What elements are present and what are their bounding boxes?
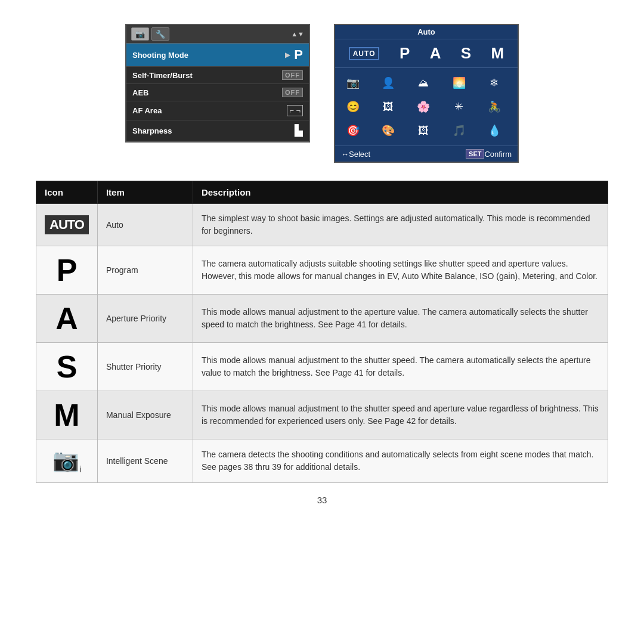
auto-badge[interactable]: AUTO <box>349 47 380 60</box>
camera-tab: 📷 🔧 <box>131 27 169 41</box>
mode-icon-6[interactable]: 😊 <box>339 95 367 118</box>
mode-bottom-bar: ↔ Select SET Confirm <box>335 145 518 162</box>
mode-icon-13[interactable]: 🖼 <box>409 119 438 142</box>
mode-icon-5[interactable]: ❄ <box>480 72 509 94</box>
description-cell: The camera detects the shooting conditio… <box>193 439 608 483</box>
table-header-row: Icon Item Description <box>36 181 608 204</box>
icon-cell: A <box>36 295 98 343</box>
mode-icon-11[interactable]: 🎯 <box>339 119 367 142</box>
aeb-row[interactable]: AEB OFF <box>126 84 309 101</box>
mode-a[interactable]: A <box>430 44 441 63</box>
mode-s[interactable]: S <box>461 44 471 63</box>
sharpness-label: Sharpness <box>132 126 172 135</box>
icon-cell: S <box>36 343 98 391</box>
mode-icon-10[interactable]: 🚴 <box>480 95 509 118</box>
screenshots-row: 📷 🔧 ▲▼ Shooting Mode ▶ P Self-Timer/Burs… <box>36 24 608 163</box>
shooting-mode-label: Shooting Mode <box>132 51 188 60</box>
af-area-row[interactable]: AF Area ⌐ ¬ <box>126 101 309 120</box>
camera-tab-icon[interactable]: 📷 <box>131 27 149 41</box>
letter-icon: P <box>57 253 78 287</box>
mode-icon-7[interactable]: 🖼 <box>374 95 402 118</box>
table-row: SShutter PriorityThis mode allows manual… <box>36 343 608 391</box>
description-cell: This mode allows manual adjustment to th… <box>193 295 608 343</box>
letter-icon: M <box>54 398 79 432</box>
confirm-label: Confirm <box>484 150 512 159</box>
header-item: Item <box>97 181 193 204</box>
auto-icon: AUTO <box>45 215 89 234</box>
item-cell: Shutter Priority <box>97 343 193 391</box>
item-cell: Aperture Priority <box>97 295 193 343</box>
mode-p[interactable]: P <box>400 44 410 63</box>
mode-icon-15[interactable]: 💧 <box>480 119 509 142</box>
self-timer-label: Self-Timer/Burst <box>132 71 193 80</box>
mode-icon-12[interactable]: 🎨 <box>374 119 402 142</box>
header-description: Description <box>193 181 608 204</box>
description-cell: This mode allows manual adjustment to th… <box>193 343 608 391</box>
item-cell: Manual Exposure <box>97 391 193 439</box>
mode-pasm-row: AUTO P A S M <box>335 39 518 68</box>
icon-cell: M <box>36 391 98 439</box>
table-row: 📷iIntelligent SceneThe camera detects th… <box>36 439 608 483</box>
camera-menu-screen: 📷 🔧 ▲▼ Shooting Mode ▶ P Self-Timer/Burs… <box>125 24 310 143</box>
self-timer-value: OFF <box>282 70 303 80</box>
mode-selection-screen: Auto AUTO P A S M 📷 👤 ⛰ 🌅 ❄ 😊 🖼 🌸 ✳ 🚴 🎯 <box>334 24 519 163</box>
item-cell: Program <box>97 246 193 295</box>
nav-arrows: ▲▼ <box>291 30 304 38</box>
description-cell: The simplest way to shoot basic images. … <box>193 204 608 246</box>
mode-icon-4[interactable]: 🌅 <box>445 72 473 94</box>
item-cell: Auto <box>97 204 193 246</box>
table-row: MManual ExposureThis mode allows manual … <box>36 391 608 439</box>
aeb-value: OFF <box>282 88 303 97</box>
description-cell: The camera automatically adjusts suitabl… <box>193 246 608 295</box>
sharpness-row[interactable]: Sharpness ▙ <box>126 120 309 141</box>
shooting-modes-table: Icon Item Description AUTOAutoThe simple… <box>36 181 608 483</box>
table-row: AUTOAutoThe simplest way to shoot basic … <box>36 204 608 246</box>
page-number: 33 <box>317 495 327 505</box>
af-area-label: AF Area <box>132 106 162 115</box>
mode-icon-3[interactable]: ⛰ <box>409 72 438 94</box>
mode-icon-grid: 📷 👤 ⛰ 🌅 ❄ 😊 🖼 🌸 ✳ 🚴 🎯 🎨 🖼 🎵 💧 <box>335 68 518 145</box>
table-row: AAperture PriorityThis mode allows manua… <box>36 295 608 343</box>
settings-tab-icon[interactable]: 🔧 <box>151 27 169 41</box>
icon-cell: AUTO <box>36 204 98 246</box>
af-area-value: ⌐ ¬ <box>287 105 303 116</box>
shooting-mode-value: P <box>294 47 303 63</box>
camera-menu-tabs: 📷 🔧 ▲▼ <box>126 25 309 44</box>
arrow-right-icon: ▶ <box>285 51 290 59</box>
page: 📷 🔧 ▲▼ Shooting Mode ▶ P Self-Timer/Burs… <box>0 0 644 644</box>
select-label: Select <box>349 150 370 159</box>
icon-cell: 📷i <box>36 439 98 483</box>
table-row: PProgramThe camera automatically adjusts… <box>36 246 608 295</box>
letter-icon: A <box>55 301 78 336</box>
sharpness-value: ▙ <box>295 124 303 137</box>
shooting-mode-row[interactable]: Shooting Mode ▶ P <box>126 44 309 67</box>
mode-icon-1[interactable]: 📷 <box>339 72 367 94</box>
item-cell: Intelligent Scene <box>97 439 193 483</box>
mode-icon-14[interactable]: 🎵 <box>445 119 473 142</box>
mode-top-bar: Auto <box>335 25 518 39</box>
select-nav-icon: ↔ <box>341 150 349 159</box>
description-cell: This mode allows manual adjustment to th… <box>193 391 608 439</box>
aeb-label: AEB <box>132 88 148 97</box>
scene-icon: 📷i <box>52 448 81 472</box>
self-timer-row[interactable]: Self-Timer/Burst OFF <box>126 67 309 84</box>
icon-cell: P <box>36 246 98 295</box>
set-badge: SET <box>466 149 484 159</box>
camera-menu-rows: Shooting Mode ▶ P Self-Timer/Burst OFF A… <box>126 44 309 141</box>
mode-icon-8[interactable]: 🌸 <box>409 95 438 118</box>
mode-icon-9[interactable]: ✳ <box>445 95 473 118</box>
mode-icon-2[interactable]: 👤 <box>374 72 402 94</box>
letter-icon: S <box>57 349 78 384</box>
header-icon: Icon <box>36 181 98 204</box>
mode-m[interactable]: M <box>491 44 504 63</box>
